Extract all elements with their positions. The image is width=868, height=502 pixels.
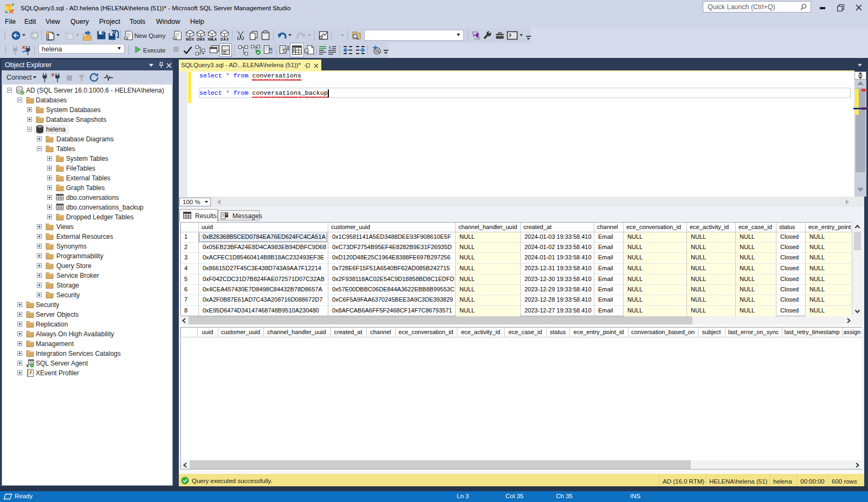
svg-text:XMLA: XMLA bbox=[208, 37, 217, 41]
svg-text:01: 01 bbox=[284, 49, 287, 52]
svg-text:x: x bbox=[27, 363, 29, 368]
svg-text:DAX: DAX bbox=[221, 37, 229, 41]
svg-text:DMX: DMX bbox=[197, 37, 205, 41]
svg-text:01: 01 bbox=[293, 49, 296, 51]
svg-text:01: 01 bbox=[305, 50, 308, 53]
svg-text:MDX: MDX bbox=[186, 37, 195, 41]
